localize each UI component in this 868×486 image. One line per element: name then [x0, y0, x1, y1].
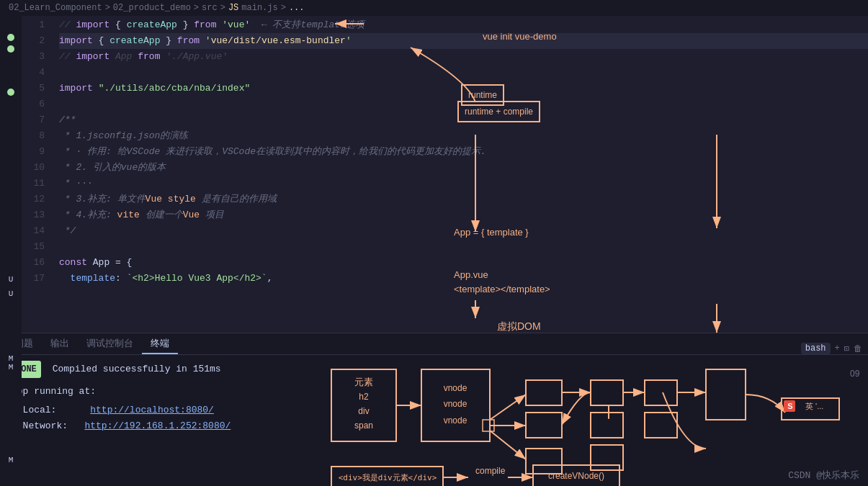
compile-message: Compiled successfully in 151ms [53, 364, 221, 374]
tab-output[interactable]: 输出 [42, 334, 78, 354]
svg-rect-24 [526, 413, 562, 438]
terminal-gutter: M M M [0, 333, 22, 486]
gutter-dot-5 [7, 89, 14, 96]
svg-rect-34 [706, 369, 746, 420]
gutter-m-1: M [9, 354, 14, 363]
svg-rect-29 [591, 445, 623, 470]
annotation-virtual-dom: 虚拟DOM [497, 318, 541, 333]
svg-rect-32 [645, 413, 677, 438]
code-line-11: * ··· [59, 176, 868, 192]
terminal-tabs: 问题 输出 调试控制台 终端 bash + ⊡ 🗑 [0, 333, 868, 355]
svg-text:vnode: vnode [444, 415, 467, 426]
app-root: 02_Learn_Component > 02_product_demo > s… [0, 0, 868, 486]
code-line-9: * · 作用: 给VSCode 来进行读取，VSCode在读取到其中的内容时，给… [59, 144, 868, 160]
breadcrumb: 02_Learn_Component > 02_product_demo > s… [0, 0, 868, 16]
svg-text:compile: compile [475, 466, 506, 476]
gutter-m-2: M [9, 363, 14, 372]
breadcrumb-part: src [202, 3, 218, 13]
code-line-13: * 4.补充: vite 创建一个Vue 项目 [59, 207, 868, 223]
diagram-area: 元素 h2 div span vnode vnode vnode [324, 355, 868, 486]
svg-text:S: S [787, 402, 792, 410]
svg-rect-28 [591, 413, 623, 438]
gutter-letter-u2: U [9, 287, 14, 301]
terminal-controls: bash + ⊡ 🗑 [801, 343, 868, 354]
code-line-12: * 3.补充: 单文件Vue style 是有自己的作用域 [59, 192, 868, 207]
terminal-output: DONE Compiled successfully in 151ms App … [12, 361, 328, 434]
breadcrumb-js: JS [228, 3, 238, 13]
tab-terminal[interactable]: 终端 [142, 334, 178, 354]
svg-text:09: 09 [850, 369, 860, 379]
plus-icon[interactable]: + [835, 343, 840, 354]
terminal-content: DONE Compiled successfully in 151ms App … [0, 355, 868, 486]
code-content: // import { createApp } from 'vue' ← 不支持… [50, 16, 868, 333]
gutter-m-3: M [9, 456, 14, 464]
code-line-14: */ [59, 223, 868, 239]
gutter-letter-u1: U [9, 272, 14, 287]
code-line-5: import "./utils/abc/cba/nba/index" [59, 81, 868, 96]
terminal-panel: 问题 输出 调试控制台 终端 bash + ⊡ 🗑 DONE [0, 333, 868, 486]
svg-rect-25 [526, 449, 562, 474]
code-line-8: * 1.jsconfig.json的演练 [59, 128, 868, 144]
app-running-label: App running at: [12, 386, 96, 397]
code-line-16: const App = { [59, 255, 868, 271]
gutter-dot-2 [7, 45, 14, 53]
editor-area: U U 1 2 3 4 5 6 7 8 9 10 11 12 13 14 15 … [0, 16, 868, 333]
svg-rect-27 [591, 380, 623, 405]
code-line-2: import { createApp } from 'vue/dist/vue.… [59, 33, 868, 49]
svg-rect-23 [526, 380, 562, 405]
svg-line-20 [490, 395, 526, 420]
svg-text:createVNode(): createVNode() [548, 471, 604, 481]
breadcrumb-part: 02_Learn_Component [9, 3, 102, 13]
network-url[interactable]: http://192.168.1.252:8080/ [84, 420, 231, 431]
gutter-dot-1 [7, 34, 14, 41]
breadcrumb-active: ... [289, 3, 305, 13]
code-line-10: * 2. 引入的vue的版本 [59, 160, 868, 176]
breadcrumb-part: 02_product_demo [113, 3, 191, 13]
watermark: CSDN @快乐本乐 [788, 469, 859, 482]
svg-line-22 [490, 431, 526, 459]
code-line-3: // import App from './App.vue' [59, 49, 868, 65]
tab-debug-console[interactable]: 调试控制台 [78, 334, 142, 354]
svg-text:div: div [358, 406, 369, 416]
code-line-6 [59, 96, 868, 112]
line-numbers: 1 2 3 4 5 6 7 8 9 10 11 12 13 14 15 16 1… [22, 16, 50, 333]
breadcrumb-part: main.js [241, 3, 277, 13]
trash-icon[interactable]: 🗑 [854, 343, 862, 354]
svg-text:vnode: vnode [444, 383, 467, 393]
svg-text:<div>我是div元素</div>: <div>我是div元素</div> [339, 473, 437, 482]
svg-text:英 '...: 英 '... [805, 402, 823, 410]
split-icon[interactable]: ⊡ [844, 343, 849, 354]
svg-rect-31 [645, 380, 677, 405]
code-line-17: template: `<h2>Hello Vue3 App</h2>`, [59, 271, 868, 287]
svg-text:vnode: vnode [444, 399, 467, 409]
svg-text:span: span [354, 420, 373, 431]
editor-gutter: U U [0, 16, 22, 333]
code-line-4 [59, 65, 868, 81]
svg-text:元素: 元素 [354, 377, 373, 387]
code-line-15 [59, 239, 868, 255]
svg-text:h2: h2 [359, 392, 369, 402]
code-line-1: // import { createApp } from 'vue' ← 不支持… [59, 17, 868, 33]
local-url[interactable]: http://localhost:8080/ [90, 405, 214, 415]
code-line-7: /** [59, 112, 868, 128]
